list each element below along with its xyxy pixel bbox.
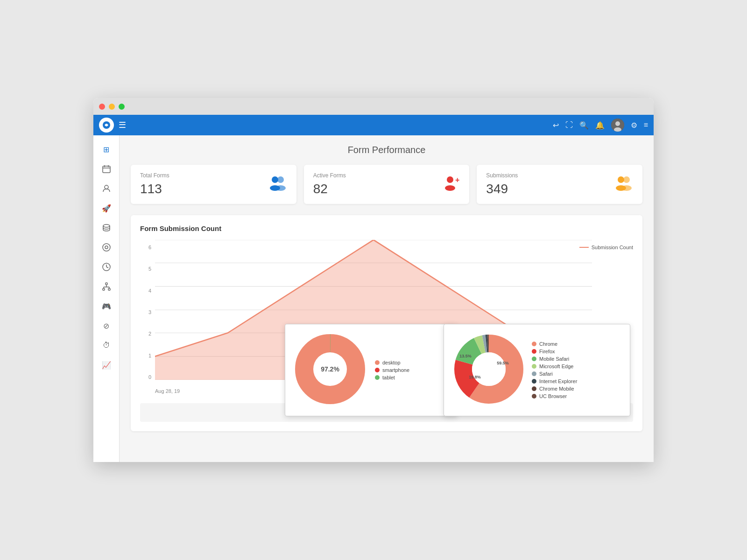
- svg-point-32: [621, 185, 632, 191]
- fullscreen-icon[interactable]: ⛶: [565, 121, 573, 129]
- svg-point-11: [105, 246, 108, 249]
- sidebar-item-timer[interactable]: ⏱: [97, 337, 116, 354]
- nav-bar: ☰ ↩ ⛶ 🔍 🔔 ⚙ ≡: [93, 115, 654, 135]
- sidebar-item-database[interactable]: [97, 219, 116, 236]
- back-icon[interactable]: ↩: [553, 121, 559, 130]
- device-pie-card: 97.2% desktop smartphone: [285, 324, 458, 416]
- titlebar: [93, 98, 654, 115]
- stat-card-total-forms: Total Forms 113: [131, 165, 296, 204]
- legend-item-uc: UC Browser: [532, 393, 577, 399]
- label-ie: Internet Explorer: [539, 378, 577, 384]
- legend-item-firefox: Firefox: [532, 349, 577, 354]
- bell-icon[interactable]: 🔔: [595, 121, 605, 130]
- sidebar-item-user[interactable]: [97, 180, 116, 197]
- menu-icon[interactable]: ≡: [644, 121, 648, 129]
- dot-chrome-mobile: [532, 386, 536, 391]
- y-label-5: 5: [140, 266, 151, 272]
- dot-firefox: [532, 349, 536, 354]
- sidebar-item-chart[interactable]: 📈: [97, 357, 116, 373]
- svg-point-9: [103, 224, 110, 227]
- legend-item-smartphone: smartphone: [375, 367, 409, 373]
- svg-point-2: [615, 121, 620, 126]
- legend-item-desktop: desktop: [375, 360, 409, 365]
- stat-icon-active: +: [443, 175, 460, 194]
- dot-tablet: [375, 375, 380, 380]
- svg-text:19.8%: 19.8%: [469, 375, 481, 379]
- sidebar: ⊞ 🚀 🎮 ⊘ ⏱ 📈: [93, 135, 120, 462]
- legend-item-mobile-safari: Mobile Safari: [532, 356, 577, 362]
- stat-icon-sub: [614, 175, 633, 194]
- svg-point-53: [472, 352, 506, 386]
- svg-point-24: [277, 176, 284, 183]
- stat-value-active: 82: [313, 182, 346, 196]
- main-layout: ⊞ 🚀 🎮 ⊘ ⏱ 📈: [93, 135, 654, 462]
- device-pie-svg: 97.2%: [293, 332, 367, 406]
- dot-smartphone: [375, 368, 380, 372]
- legend-item-ie: Internet Explorer: [532, 378, 577, 384]
- svg-text:59.5%: 59.5%: [497, 361, 509, 365]
- dot-chrome: [532, 342, 536, 346]
- svg-rect-4: [103, 166, 110, 173]
- legend-item-chrome: Chrome: [532, 341, 577, 347]
- svg-point-22: [272, 176, 278, 183]
- y-label-6: 6: [140, 245, 151, 250]
- gear-icon[interactable]: ⚙: [631, 121, 637, 130]
- y-label-4: 4: [140, 288, 151, 294]
- browser-window: ☰ ↩ ⛶ 🔍 🔔 ⚙ ≡ ⊞ 🚀: [93, 98, 654, 462]
- stat-label-total: Total Forms: [140, 172, 169, 179]
- stat-label-active: Active Forms: [313, 172, 346, 179]
- legend-item-chrome-mobile: Chrome Mobile: [532, 386, 577, 392]
- y-label-2: 2: [140, 331, 151, 336]
- browser-pie-svg: 19.8% 59.5% 13.5%: [451, 332, 526, 406]
- label-smartphone: smartphone: [382, 367, 409, 373]
- stat-icon-total: [268, 175, 287, 194]
- minimize-button[interactable]: [109, 104, 115, 110]
- label-chrome: Chrome: [539, 341, 557, 347]
- stat-card-active-forms: Active Forms 82 +: [304, 165, 470, 204]
- close-button[interactable]: [99, 104, 105, 110]
- stat-value-sub: 349: [486, 182, 518, 196]
- stat-card-submissions: Submissions 349: [477, 165, 642, 204]
- chart-legend: Submission Count: [579, 245, 633, 250]
- maximize-button[interactable]: [119, 104, 125, 110]
- sidebar-item-calendar[interactable]: [97, 161, 116, 177]
- sidebar-item-settings-circle[interactable]: [97, 239, 116, 256]
- sidebar-item-dashboard[interactable]: ⊞: [97, 141, 116, 158]
- dot-desktop: [375, 360, 380, 365]
- nav-actions: ↩ ⛶ 🔍 🔔 ⚙ ≡: [553, 119, 648, 132]
- svg-point-25: [275, 185, 286, 191]
- search-icon[interactable]: 🔍: [579, 121, 589, 130]
- legend-label: Submission Count: [592, 245, 633, 250]
- svg-text:+: +: [455, 176, 459, 184]
- dot-uc: [532, 394, 536, 399]
- avatar[interactable]: [611, 119, 624, 132]
- label-chrome-mobile: Chrome Mobile: [539, 386, 574, 392]
- label-firefox: Firefox: [539, 349, 555, 354]
- browser-pie-container: 19.8% 59.5% 13.5%: [451, 332, 526, 408]
- svg-rect-15: [106, 283, 107, 285]
- hamburger-icon[interactable]: ☰: [119, 120, 126, 130]
- svg-point-8: [105, 185, 108, 189]
- legend-item-tablet: tablet: [375, 375, 409, 380]
- svg-point-27: [445, 185, 455, 191]
- stat-value-total: 113: [140, 182, 169, 196]
- sidebar-item-ban[interactable]: ⊘: [97, 317, 116, 334]
- chart-section: Form Submission Count 6 5 4 3 2 1 0: [131, 215, 642, 431]
- sidebar-item-rocket[interactable]: 🚀: [97, 200, 116, 217]
- dot-edge: [532, 364, 536, 369]
- y-label-1: 1: [140, 353, 151, 358]
- y-label-3: 3: [140, 309, 151, 315]
- device-pie-container: 97.2%: [293, 332, 367, 408]
- svg-rect-16: [103, 288, 105, 290]
- svg-point-31: [623, 176, 630, 183]
- svg-text:13.5%: 13.5%: [459, 354, 472, 358]
- dot-ie: [532, 379, 536, 384]
- chart-title: Form Submission Count: [140, 224, 633, 232]
- browser-pie-card: 19.8% 59.5% 13.5% Chrome: [444, 324, 630, 416]
- sidebar-item-hierarchy[interactable]: [97, 278, 116, 295]
- svg-point-10: [103, 244, 110, 251]
- sidebar-item-gamepad[interactable]: 🎮: [97, 298, 116, 315]
- sidebar-item-clock[interactable]: [97, 259, 116, 275]
- svg-point-29: [618, 176, 624, 183]
- app-logo: [99, 118, 114, 133]
